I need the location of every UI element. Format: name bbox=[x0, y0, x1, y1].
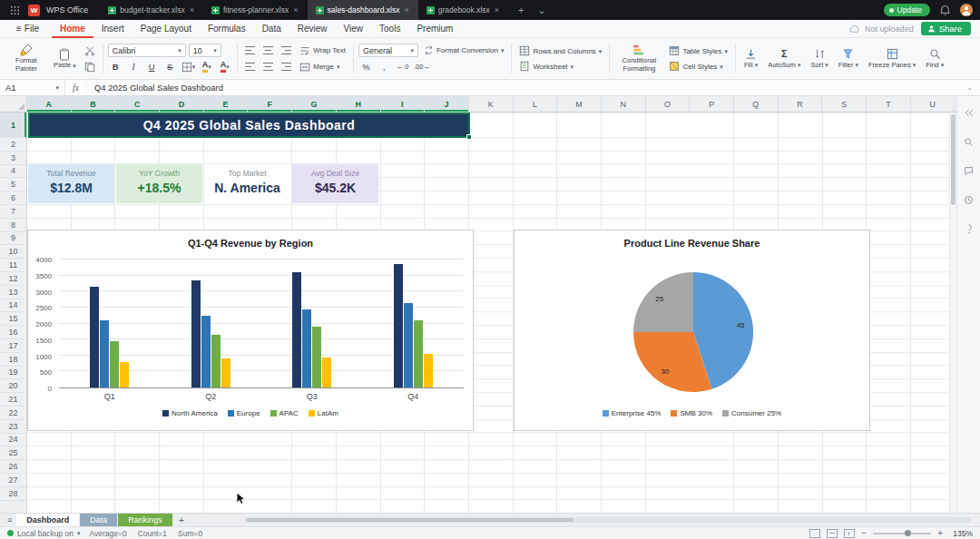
zoom-in-button[interactable]: + bbox=[937, 529, 943, 538]
column-header-A[interactable]: A bbox=[27, 96, 72, 112]
row-header-17[interactable]: 17 bbox=[0, 339, 26, 353]
conditional-formatting-button[interactable]: Conditional Formatting bbox=[614, 43, 663, 74]
paste-button[interactable]: Paste▾ bbox=[50, 47, 80, 71]
row-header-15[interactable]: 15 bbox=[0, 312, 26, 326]
normal-view-icon[interactable] bbox=[809, 529, 820, 538]
format-conversion-button[interactable]: Format Conversion ▾ bbox=[421, 44, 507, 56]
align-bottom-button[interactable] bbox=[279, 44, 294, 57]
increase-decimal-button[interactable]: .00→ bbox=[413, 60, 431, 74]
column-header-U[interactable]: U bbox=[911, 96, 956, 112]
table-styles-button[interactable]: Table Styles ▾ bbox=[666, 44, 730, 57]
column-header-S[interactable]: S bbox=[822, 96, 867, 112]
align-top-button[interactable] bbox=[242, 44, 258, 57]
row-header-24[interactable]: 24 bbox=[0, 434, 26, 447]
vertical-scrollbar-thumb[interactable] bbox=[951, 114, 956, 205]
sort-button[interactable]: Sort▾ bbox=[808, 47, 832, 70]
upload-status[interactable]: Not uploaded bbox=[849, 24, 914, 34]
formula-input[interactable]: Q4 2025 Global Sales Dashboard bbox=[87, 83, 959, 93]
bar-apac[interactable] bbox=[110, 341, 119, 387]
bar-apac[interactable] bbox=[211, 335, 220, 387]
menu-tab-tools[interactable]: Tools bbox=[371, 20, 408, 38]
number-format-select[interactable]: General▾ bbox=[358, 44, 418, 57]
percent-style-button[interactable]: % bbox=[358, 60, 374, 74]
close-tab-icon[interactable]: × bbox=[189, 6, 195, 15]
sheet-tab-dashboard[interactable]: Dashboard bbox=[16, 514, 79, 526]
fx-button[interactable]: fx bbox=[65, 83, 87, 93]
menu-tab-review[interactable]: Review bbox=[289, 20, 336, 38]
new-document-tab-button[interactable]: + bbox=[514, 5, 527, 15]
name-box[interactable]: A1 ▾ bbox=[0, 80, 65, 96]
freeze-panes-button[interactable]: Freeze Panes▾ bbox=[865, 47, 919, 70]
column-header-F[interactable]: F bbox=[248, 96, 292, 112]
tab-list-dropdown-icon[interactable]: ⌄ bbox=[534, 5, 550, 16]
underline-button[interactable]: U bbox=[144, 60, 160, 74]
row-header-28[interactable]: 28 bbox=[0, 487, 26, 501]
bar-latam[interactable] bbox=[221, 358, 230, 387]
bar-europe[interactable] bbox=[201, 316, 211, 387]
menu-tab-premium[interactable]: Premium bbox=[408, 20, 461, 38]
row-header-25[interactable]: 25 bbox=[0, 446, 26, 460]
select-all-corner[interactable] bbox=[0, 96, 27, 112]
kpi-card[interactable]: Top MarketN. America bbox=[204, 164, 290, 203]
merge-button[interactable]: Merge ▾ bbox=[297, 61, 342, 74]
close-tab-icon[interactable]: × bbox=[494, 6, 500, 15]
row-header-19[interactable]: 19 bbox=[0, 367, 26, 380]
filter-button[interactable]: Filter▾ bbox=[835, 47, 862, 70]
row-header-10[interactable]: 10 bbox=[0, 245, 26, 259]
sheet-list-icon[interactable]: ≡ bbox=[4, 514, 15, 526]
copy-button[interactable] bbox=[83, 60, 98, 74]
row-header-7[interactable]: 7 bbox=[0, 205, 26, 219]
column-header-G[interactable]: G bbox=[292, 96, 337, 112]
column-header-C[interactable]: C bbox=[115, 96, 160, 112]
history-panel-icon[interactable] bbox=[962, 192, 976, 207]
column-header-Q[interactable]: Q bbox=[734, 96, 779, 112]
column-header-J[interactable]: J bbox=[425, 96, 469, 112]
menu-tab-home[interactable]: Home bbox=[52, 20, 93, 38]
bar-north-america[interactable] bbox=[394, 264, 403, 387]
document-tab[interactable]: gradebook.xlsx× bbox=[418, 0, 508, 20]
column-header-R[interactable]: R bbox=[779, 96, 823, 112]
align-middle-button[interactable] bbox=[260, 44, 276, 57]
horizontal-scrollbar-thumb[interactable] bbox=[247, 518, 573, 522]
bar-apac[interactable] bbox=[312, 327, 321, 387]
column-header-T[interactable]: T bbox=[867, 96, 911, 112]
borders-button[interactable]: ▾ bbox=[181, 60, 197, 74]
menu-tab-insert[interactable]: Insert bbox=[93, 20, 132, 38]
notifications-bell-icon[interactable] bbox=[939, 5, 951, 16]
column-header-E[interactable]: E bbox=[204, 96, 249, 112]
fill-button[interactable]: Fill▾ bbox=[740, 47, 761, 70]
column-header-L[interactable]: L bbox=[514, 96, 558, 112]
bar-chart[interactable]: Q1-Q4 Revenue by Region 0500100015002000… bbox=[27, 230, 474, 431]
bar-europe[interactable] bbox=[302, 309, 311, 387]
bold-button[interactable]: B bbox=[108, 60, 123, 74]
column-header-K[interactable]: K bbox=[469, 96, 514, 112]
vertical-scrollbar[interactable] bbox=[949, 113, 956, 513]
selection-fill-handle[interactable] bbox=[466, 134, 472, 140]
horizontal-scrollbar[interactable] bbox=[245, 517, 971, 523]
page-break-view-icon[interactable] bbox=[844, 529, 855, 538]
sheet-tab-rankings[interactable]: Rankings bbox=[118, 514, 172, 526]
format-painter-button[interactable]: Format Painter bbox=[5, 43, 47, 74]
bar-apac[interactable] bbox=[414, 320, 423, 387]
share-button[interactable]: Share bbox=[921, 22, 971, 35]
help-panel-icon[interactable] bbox=[962, 221, 976, 236]
row-header-18[interactable]: 18 bbox=[0, 353, 26, 367]
cell-styles-button[interactable]: Cell Styles ▾ bbox=[666, 60, 730, 73]
row-header-5[interactable]: 5 bbox=[0, 178, 26, 191]
wrap-text-button[interactable]: Wrap Text bbox=[297, 44, 348, 57]
menu-tab-page-layout[interactable]: Page Layout bbox=[132, 20, 200, 38]
cut-button[interactable] bbox=[83, 44, 98, 57]
row-header-22[interactable]: 22 bbox=[0, 407, 26, 420]
document-tab[interactable]: fitness-planner.xlsx× bbox=[203, 0, 308, 20]
align-left-button[interactable] bbox=[242, 60, 258, 74]
menu-tab-formulas[interactable]: Formulas bbox=[200, 20, 254, 38]
close-tab-icon[interactable]: × bbox=[403, 6, 409, 15]
bar-europe[interactable] bbox=[404, 303, 413, 387]
rows-and-columns-button[interactable]: Rows and Columns ▾ bbox=[516, 44, 604, 57]
bar-north-america[interactable] bbox=[292, 272, 301, 387]
worksheet-button[interactable]: Worksheet ▾ bbox=[516, 60, 604, 73]
search-panel-icon[interactable] bbox=[962, 134, 976, 149]
document-tab[interactable]: sales-dashboard.xlsx× bbox=[308, 0, 418, 20]
align-right-button[interactable] bbox=[279, 60, 294, 74]
font-name-select[interactable]: Calibri▾ bbox=[108, 44, 186, 57]
